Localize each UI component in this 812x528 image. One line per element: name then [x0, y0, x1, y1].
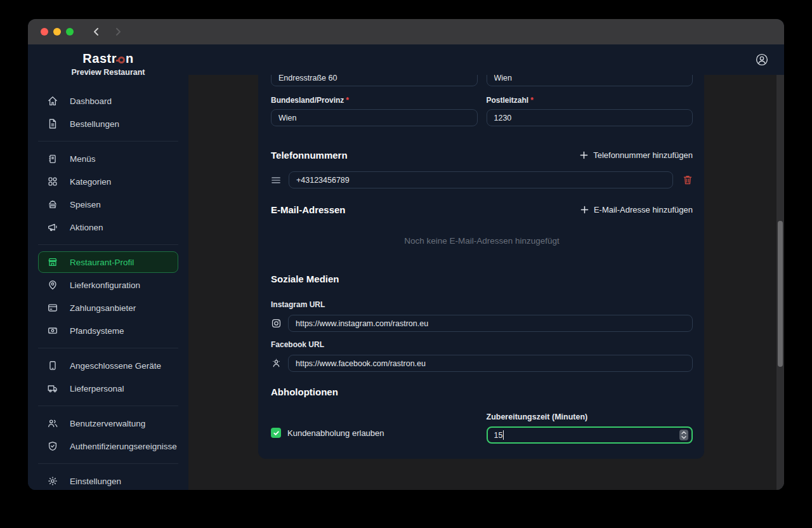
sidebar-item-bestellungen[interactable]: Bestellungen — [38, 113, 178, 135]
gear-icon — [47, 475, 58, 487]
prep-time-label: Zubereitungszeit (Minuten) — [487, 412, 693, 421]
sidebar-divider — [38, 244, 178, 245]
sidebar-item-angeschlossene-geraete[interactable]: Angeschlossene Geräte — [38, 355, 178, 376]
sidebar-item-label: Zahlungsanbieter — [70, 303, 136, 313]
phones-title: Telefonnummern — [271, 150, 348, 161]
credit-card-icon — [47, 302, 58, 314]
social-title: Soziale Medien — [271, 274, 693, 284]
titlebar — [28, 19, 784, 44]
sidebar-item-label: Restaurant-Profil — [70, 258, 134, 267]
pickup-title: Abholoptionen — [271, 386, 693, 397]
sidebar-item-label: Benutzerverwaltung — [70, 419, 145, 428]
required-asterisk: * — [530, 96, 534, 105]
minimize-window-button[interactable] — [53, 28, 61, 36]
document-icon — [47, 118, 58, 129]
sidebar-item-label: Einstellungen — [70, 477, 121, 486]
stepper-up-icon — [681, 431, 686, 435]
facebook-icon — [271, 358, 282, 369]
emails-empty-state: Noch keine E-Mail-Adressen hinzugefügt — [271, 236, 693, 246]
sidebar-divider — [38, 141, 178, 142]
phone-entry-row — [271, 171, 693, 188]
app-logo: Rastrn Preview Restaurant — [28, 43, 188, 77]
sidebar-item-benutzerverwaltung[interactable]: Benutzerverwaltung — [38, 412, 178, 434]
sidebar-item-label: Kategorien — [70, 177, 111, 187]
megaphone-icon — [47, 221, 58, 233]
sidebar-item-kategorien[interactable]: Kategorien — [38, 171, 178, 192]
check-icon — [273, 430, 280, 437]
users-icon — [47, 418, 58, 429]
zoom-window-button[interactable] — [66, 28, 74, 36]
state-label: Bundesland/Provinz* — [271, 96, 478, 105]
sidebar-item-label: Lieferkonfiguration — [70, 280, 140, 290]
trash-icon — [683, 175, 693, 185]
sidebar-item-lieferpersonal[interactable]: Lieferpersonal — [38, 378, 178, 399]
sidebar-item-dashboard[interactable]: Dashboard — [38, 90, 178, 112]
sidebar-item-label: Aktionen — [70, 223, 103, 232]
user-menu-button[interactable] — [755, 53, 769, 67]
sidebar-item-label: Angeschlossene Geräte — [70, 361, 161, 371]
sidebar-item-label: Authentifizierungsereignisse — [70, 442, 177, 451]
delete-phone-button[interactable] — [683, 175, 693, 185]
instagram-icon — [271, 318, 282, 329]
close-window-button[interactable] — [41, 28, 48, 36]
required-asterisk: * — [346, 96, 349, 105]
prep-time-value[interactable] — [494, 431, 520, 440]
sidebar-item-einstellungen[interactable]: Einstellungen — [38, 470, 178, 490]
street-input[interactable] — [271, 75, 478, 86]
chevron-right-icon — [114, 27, 122, 36]
main-content: Bundesland/Provinz* Postleitzahl* Telefo… — [188, 75, 784, 490]
scrollbar-thumb[interactable] — [778, 221, 783, 367]
emails-title: E-Mail-Adressen — [271, 204, 346, 215]
state-input[interactable] — [271, 109, 478, 126]
zip-label: Postleitzahl* — [487, 96, 693, 105]
sidebar-item-label: Lieferpersonal — [70, 384, 124, 393]
sidebar-item-restaurant-profil[interactable]: Restaurant-Profil — [38, 251, 178, 273]
forward-button[interactable] — [112, 25, 124, 38]
sidebar-item-label: Dashboard — [70, 96, 112, 106]
sidebar-divider — [38, 406, 178, 406]
sidebar-item-label: Bestellungen — [70, 119, 119, 129]
drag-handle-icon[interactable] — [271, 176, 281, 185]
scrollbar-track[interactable] — [776, 75, 784, 490]
food-icon — [47, 199, 58, 210]
prep-time-input[interactable] — [487, 426, 693, 444]
app-window: Rastrn Preview Restaurant Dashboard Best… — [28, 19, 784, 490]
home-icon — [47, 95, 58, 107]
pickup-checkbox[interactable] — [271, 428, 281, 438]
truck-icon — [47, 383, 58, 394]
app-header: Rastrn Preview Restaurant — [28, 44, 784, 75]
back-button[interactable] — [90, 25, 103, 38]
restaurant-profile-form: Bundesland/Provinz* Postleitzahl* Telefo… — [258, 75, 704, 459]
banknote-icon — [47, 325, 58, 336]
stepper-down-icon — [681, 435, 686, 439]
sidebar-item-pfandsysteme[interactable]: Pfandsysteme — [38, 320, 178, 341]
sidebar-divider — [38, 463, 178, 464]
city-input[interactable] — [487, 75, 693, 86]
grid-icon — [47, 176, 58, 187]
sidebar-item-aktionen[interactable]: Aktionen — [38, 216, 178, 238]
facebook-label: Facebook URL — [271, 340, 693, 349]
add-phone-button[interactable]: Telefonnummer hinzufügen — [580, 150, 693, 160]
facebook-input[interactable] — [288, 355, 693, 372]
zip-input[interactable] — [487, 109, 693, 126]
sidebar-item-label: Menüs — [70, 154, 96, 164]
plus-icon — [580, 151, 588, 159]
sidebar-item-authentifizierungsereignisse[interactable]: Authentifizierungsereignisse — [38, 435, 178, 457]
phone-input[interactable] — [289, 171, 673, 188]
sidebar-item-zahlungsanbieter[interactable]: Zahlungsanbieter — [38, 297, 178, 319]
sidebar-item-speisen[interactable]: Speisen — [38, 194, 178, 215]
instagram-input[interactable] — [288, 315, 693, 332]
sidebar-item-menus[interactable]: Menüs — [38, 148, 178, 169]
sidebar-divider — [38, 348, 178, 348]
user-circle-icon — [755, 53, 769, 67]
storefront-icon — [47, 256, 58, 268]
sidebar-item-lieferkonfiguration[interactable]: Lieferkonfiguration — [38, 274, 178, 296]
logo-text: Rastrn — [82, 51, 133, 66]
sidebar: Dashboard Bestellungen Menüs Kategorien … — [28, 75, 188, 490]
add-email-button[interactable]: E-Mail-Adresse hinzufügen — [580, 205, 693, 214]
number-stepper[interactable] — [679, 430, 688, 440]
sidebar-item-label: Speisen — [70, 200, 101, 209]
menu-book-icon — [47, 153, 58, 164]
chevron-left-icon — [92, 27, 101, 36]
instagram-label: Instagram URL — [271, 300, 693, 309]
